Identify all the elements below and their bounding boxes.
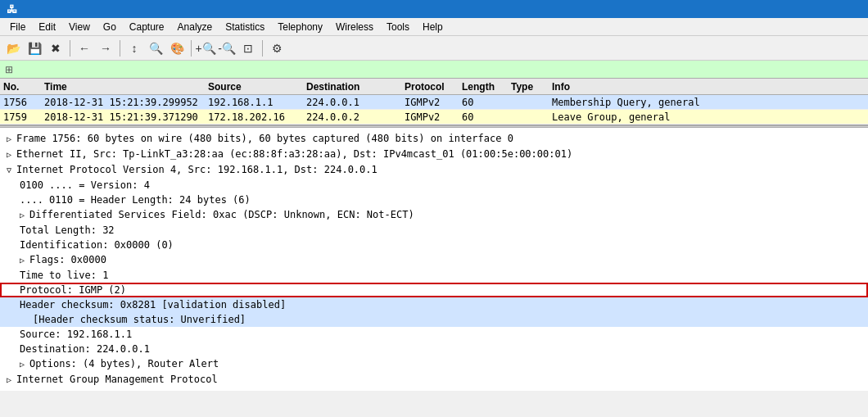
filter-label: ⊞ bbox=[5, 64, 13, 75]
sep4-separator bbox=[262, 40, 263, 57]
packet-list: No. Time Source Destination Protocol Len… bbox=[0, 79, 868, 125]
col-header-src: Source bbox=[205, 81, 303, 93]
detail-line-1[interactable]: Ethernet II, Src: Tp-LinkT_a3:28:aa (ec:… bbox=[0, 147, 868, 162]
close-cap-btn[interactable]: ✖ bbox=[46, 39, 66, 58]
detail-line-5[interactable]: Differentiated Services Field: 0xac (DSC… bbox=[0, 207, 868, 223]
zoom-in-btn[interactable]: +🔍 bbox=[196, 39, 215, 58]
pkt-info: Leave Group, general bbox=[549, 111, 868, 123]
packet-row-1759[interactable]: 1759 2018-12-31 15:21:39.371290 172.18.2… bbox=[0, 110, 868, 125]
sep2-separator bbox=[120, 40, 120, 57]
autoscroll-btn[interactable]: ↕ bbox=[124, 39, 144, 58]
detail-line-9: Time to live: 1 bbox=[0, 268, 868, 283]
save-btn[interactable]: 💾 bbox=[25, 39, 44, 58]
menu-item-help[interactable]: Help bbox=[416, 20, 450, 34]
menu-item-capture[interactable]: Capture bbox=[123, 20, 171, 34]
menu-item-edit[interactable]: Edit bbox=[32, 20, 62, 34]
back-btn[interactable]: ← bbox=[75, 39, 94, 58]
pkt-proto: IGMPv2 bbox=[401, 97, 459, 108]
pkt-src: 192.168.1.1 bbox=[205, 97, 303, 108]
col-header-no: No. bbox=[0, 81, 41, 93]
pkt-src: 172.18.202.16 bbox=[205, 111, 303, 123]
menu-item-analyze[interactable]: Analyze bbox=[171, 20, 219, 34]
pkt-len: 60 bbox=[459, 97, 508, 108]
menu-item-tools[interactable]: Tools bbox=[380, 20, 416, 34]
detail-line-8[interactable]: Flags: 0x0000 bbox=[0, 252, 868, 268]
menu-bar: FileEditViewGoCaptureAnalyzeStatisticsTe… bbox=[0, 18, 868, 36]
title-icon: 🖧 bbox=[7, 3, 17, 16]
detail-pane: Frame 1756: 60 bytes on wire (480 bits),… bbox=[0, 128, 868, 391]
pkt-no: 1759 bbox=[0, 111, 41, 123]
sep3-separator bbox=[191, 40, 192, 57]
pkt-info: Membership Query, general bbox=[549, 97, 868, 108]
menu-item-wireless[interactable]: Wireless bbox=[329, 20, 380, 34]
pkt-time: 2018-12-31 15:21:39.371290 bbox=[41, 111, 205, 123]
menu-item-file[interactable]: File bbox=[3, 20, 32, 34]
title-bar: 🖧 bbox=[0, 0, 868, 18]
find-btn[interactable]: 🔍 bbox=[146, 39, 165, 58]
col-header-len: Length bbox=[459, 81, 508, 93]
menu-item-view[interactable]: View bbox=[62, 20, 97, 34]
detail-line-12: [Header checksum status: Unverified] bbox=[0, 312, 868, 327]
detail-line-7: Identification: 0x0000 (0) bbox=[0, 238, 868, 252]
packet-row-1756[interactable]: 1756 2018-12-31 15:21:39.299952 192.168.… bbox=[0, 95, 868, 110]
zoom-fit-btn[interactable]: ⊡ bbox=[238, 39, 258, 58]
detail-line-6: Total Length: 32 bbox=[0, 223, 868, 238]
open-btn[interactable]: 📂 bbox=[3, 39, 23, 58]
detail-line-3: 0100 .... = Version: 4 bbox=[0, 178, 868, 193]
col-header-dst: Destination bbox=[303, 81, 401, 93]
colorize-btn[interactable]: 🎨 bbox=[167, 39, 187, 58]
detail-line-14: Destination: 224.0.0.1 bbox=[0, 342, 868, 356]
pkt-dst: 224.0.0.1 bbox=[303, 97, 401, 108]
detail-line-10: Protocol: IGMP (2) bbox=[0, 283, 868, 297]
detail-line-13: Source: 192.168.1.1 bbox=[0, 327, 868, 342]
detail-line-15[interactable]: Options: (4 bytes), Router Alert bbox=[0, 356, 868, 372]
menu-item-go[interactable]: Go bbox=[97, 20, 123, 34]
prefs-btn[interactable]: ⚙ bbox=[267, 39, 287, 58]
col-header-time: Time bbox=[41, 81, 205, 93]
menu-item-telephony[interactable]: Telephony bbox=[271, 20, 329, 34]
col-header-type: Type bbox=[508, 81, 549, 93]
detail-line-4: .... 0110 = Header Length: 24 bytes (6) bbox=[0, 193, 868, 207]
pkt-proto: IGMPv2 bbox=[401, 111, 459, 123]
packet-list-header: No. Time Source Destination Protocol Len… bbox=[0, 79, 868, 95]
zoom-out-btn[interactable]: -🔍 bbox=[217, 39, 237, 58]
col-header-proto: Protocol bbox=[401, 81, 459, 93]
pkt-no: 1756 bbox=[0, 97, 41, 108]
toolbar: 📂💾✖←→↕🔍🎨+🔍-🔍⊡⚙ bbox=[0, 36, 868, 61]
packet-rows-container: 1756 2018-12-31 15:21:39.299952 192.168.… bbox=[0, 95, 868, 125]
menu-item-statistics[interactable]: Statistics bbox=[219, 20, 271, 34]
pkt-dst: 224.0.0.2 bbox=[303, 111, 401, 123]
detail-line-16[interactable]: Internet Group Management Protocol bbox=[0, 372, 868, 388]
pkt-time: 2018-12-31 15:21:39.299952 bbox=[41, 97, 205, 108]
pkt-len: 60 bbox=[459, 111, 508, 123]
col-header-info: Info bbox=[549, 81, 868, 93]
detail-line-11: Header checksum: 0x8281 [validation disa… bbox=[0, 297, 868, 312]
detail-line-0[interactable]: Frame 1756: 60 bytes on wire (480 bits),… bbox=[0, 131, 868, 147]
sep-separator bbox=[70, 40, 70, 57]
fwd-btn[interactable]: → bbox=[96, 39, 115, 58]
detail-line-2[interactable]: Internet Protocol Version 4, Src: 192.16… bbox=[0, 162, 868, 178]
filter-bar: ⊞ bbox=[0, 61, 868, 79]
